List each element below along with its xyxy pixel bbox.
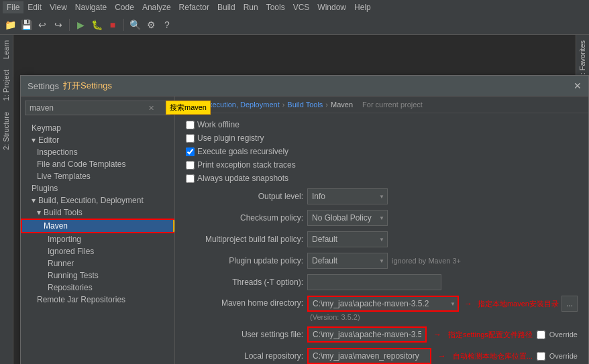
tree-ignored-files[interactable]: Ignored Files	[21, 245, 174, 257]
multiproject-label: Multiproject build fail policy:	[186, 235, 303, 244]
toolbar-run-btn[interactable]: ▶	[73, 17, 88, 32]
menu-build[interactable]: Build	[213, 1, 239, 13]
option-execute-goals: Execute goals recursively	[186, 147, 578, 156]
side-tabs-left: Learn 1: Project 2: Structure	[0, 35, 13, 364]
tree-repositories[interactable]: Repositories	[21, 282, 174, 294]
print-stack-label[interactable]: Print exception stack traces	[186, 160, 296, 170]
maven-version-text: (Version: 3.5.2)	[307, 313, 578, 321]
settings-close-btn[interactable]: ✕	[574, 80, 582, 91]
settings-title-annotation: 打开Settings	[63, 80, 112, 92]
side-tab-structure[interactable]: 2: Structure	[0, 107, 13, 156]
settings-title: Settings 打开Settings	[28, 80, 112, 92]
user-settings-arrow: →	[433, 330, 441, 339]
toolbar-save-btn[interactable]: 💾	[19, 17, 34, 32]
form-output-level: Output level: Info	[186, 188, 578, 204]
search-box: ✕ 搜索maven	[21, 97, 174, 119]
print-stack-checkbox[interactable]	[186, 161, 195, 170]
user-settings-annotation: 指定settings配置文件路径	[448, 330, 533, 340]
menu-run[interactable]: Run	[239, 1, 262, 13]
execute-goals-label[interactable]: Execute goals recursively	[186, 147, 288, 156]
tree-inspections[interactable]: Inspections	[21, 146, 174, 158]
tree-importing[interactable]: Importing	[21, 233, 174, 245]
toolbar-redo-btn[interactable]: ↪	[51, 17, 66, 32]
toolbar-settings-btn[interactable]: ⚙	[144, 17, 158, 32]
tree-maven[interactable]: Maven 此处maven已选	[21, 219, 174, 233]
plugin-update-select-wrapper: Default	[307, 253, 388, 269]
side-tab-learn[interactable]: Learn	[0, 35, 13, 64]
tree-build-tools[interactable]: ▾ Build Tools	[21, 206, 174, 219]
plugin-registry-checkbox[interactable]	[186, 134, 195, 143]
main-area: Learn 1: Project 2: Structure Settings 打…	[0, 35, 589, 364]
local-repo-override-label: Override	[549, 352, 578, 360]
maven-home-select-wrapper: C:\my_java\apache-maven-3.5.2	[307, 296, 459, 312]
maven-home-select[interactable]: C:\my_java\apache-maven-3.5.2	[307, 296, 459, 312]
local-repo-override-checkbox[interactable]	[537, 352, 545, 361]
toolbar-sep2	[123, 19, 124, 31]
always-update-checkbox[interactable]	[186, 174, 195, 183]
menu-window[interactable]: Window	[313, 1, 350, 13]
work-offline-label[interactable]: Work offline	[186, 120, 239, 129]
menu-help[interactable]: Help	[350, 1, 375, 13]
side-tab-project[interactable]: 1: Project	[0, 64, 13, 106]
toolbar-debug-btn[interactable]: 🐛	[89, 17, 104, 32]
menu-view[interactable]: View	[46, 1, 71, 13]
form-plugin-update: Plugin update policy: Default ignored by…	[186, 253, 578, 269]
menu-vcs[interactable]: VCS	[289, 1, 314, 13]
toolbar-search-btn[interactable]: 🔍	[127, 17, 142, 32]
tree-editor[interactable]: ▾ Editor	[21, 134, 174, 146]
always-update-label[interactable]: Always update snapshots	[186, 174, 288, 183]
maven-home-dir-row: C:\my_java\apache-maven-3.5.2 → 指定本地mave…	[307, 296, 578, 312]
search-input[interactable]	[25, 101, 170, 115]
build-arrow: ▾	[32, 196, 36, 205]
tree-area: Keymap ▾ Editor Inspections File and Cod…	[21, 119, 174, 364]
tree-runner[interactable]: Runner	[21, 257, 174, 269]
toolbar-stop-btn[interactable]: ■	[105, 17, 120, 32]
tree-file-code-templates[interactable]: File and Code Templates	[21, 158, 174, 170]
option-print-stack: Print exception stack traces	[186, 160, 578, 170]
multiproject-select[interactable]: Default	[307, 231, 388, 247]
tree-keymap[interactable]: Keymap	[21, 122, 174, 134]
breadcrumb-buildtools[interactable]: Build Tools	[287, 101, 323, 109]
ide-window: File Edit View Navigate Code Analyze Ref…	[0, 0, 589, 364]
maven-home-browse-btn[interactable]: ...	[561, 296, 578, 312]
user-settings-input[interactable]	[307, 326, 427, 343]
local-repo-label: Local repository:	[186, 351, 303, 361]
user-settings-override-checkbox[interactable]	[537, 330, 545, 339]
checksum-select[interactable]: No Global Policy	[307, 210, 388, 226]
menu-file[interactable]: File	[3, 1, 23, 13]
menu-analyze[interactable]: Analyze	[138, 1, 175, 13]
plugin-update-select[interactable]: Default	[307, 253, 388, 269]
threads-input[interactable]	[307, 274, 441, 290]
tree-live-templates[interactable]: Live Templates	[21, 170, 174, 182]
execute-goals-checkbox[interactable]	[186, 147, 195, 156]
checksum-select-wrapper: No Global Policy	[307, 210, 388, 226]
toolbar-help-btn[interactable]: ?	[160, 17, 174, 32]
settings-content: Work offline Use plugin registry	[175, 113, 588, 364]
plugin-registry-label[interactable]: Use plugin registry	[186, 133, 264, 143]
settings-body: ✕ 搜索maven Keymap ▾ Editor Inspections Fi…	[21, 97, 588, 364]
work-offline-checkbox[interactable]	[186, 121, 195, 129]
menu-code[interactable]: Code	[111, 1, 138, 13]
settings-dialog: Settings 打开Settings ✕ ✕ 搜索maven	[20, 75, 589, 364]
tree-remote-jar[interactable]: Remote Jar Repositories	[21, 294, 174, 306]
menu-bar: File Edit View Navigate Code Analyze Ref…	[0, 0, 589, 15]
menu-refactor[interactable]: Refactor	[175, 1, 213, 13]
menu-edit[interactable]: Edit	[23, 1, 46, 13]
output-level-select[interactable]: Info	[307, 188, 388, 204]
build-tools-arrow: ▾	[37, 208, 41, 217]
toolbar: 📁 💾 ↩ ↪ ▶ 🐛 ■ 🔍 ⚙ ?	[0, 15, 589, 35]
search-annotation: 搜索maven	[166, 101, 211, 115]
form-threads: Threads (-T option):	[186, 274, 578, 290]
option-work-offline: Work offline	[186, 120, 578, 129]
local-repo-input[interactable]	[307, 348, 431, 364]
menu-navigate[interactable]: Navigate	[71, 1, 111, 13]
form-user-settings: User settings file: → 指定settings配置文件路径 O…	[186, 326, 578, 343]
menu-tools[interactable]: Tools	[262, 1, 289, 13]
tree-plugins[interactable]: Plugins	[21, 182, 174, 194]
tree-running-tests[interactable]: Running Tests	[21, 269, 174, 282]
toolbar-open-btn[interactable]: 📁	[3, 17, 17, 32]
editor-arrow: ▾	[32, 135, 36, 145]
toolbar-undo-btn[interactable]: ↩	[35, 17, 50, 32]
tree-build-execution[interactable]: ▾ Build, Execution, Deployment	[21, 194, 174, 206]
threads-label: Threads (-T option):	[186, 278, 303, 287]
